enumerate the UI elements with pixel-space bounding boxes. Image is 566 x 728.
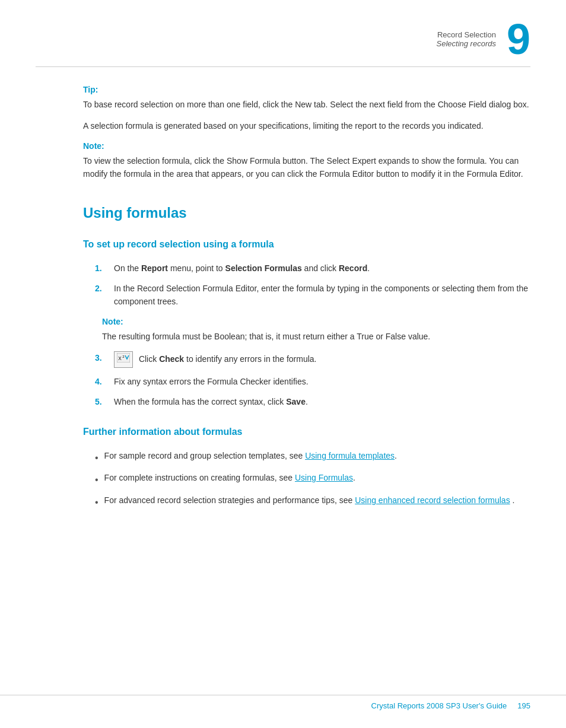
header-text: Record Selection Selecting records (437, 30, 496, 48)
step-content-5: When the formula has the correct syntax,… (114, 395, 530, 408)
header-text-block: Record Selection Selecting records 9 (437, 18, 531, 61)
check-formula-svg: x² (117, 353, 130, 363)
bullet-list: • For sample record and group selection … (83, 449, 530, 510)
section-heading-using-formulas: Using formulas (83, 205, 530, 221)
step-content-2: In the Record Selection Formula Editor, … (114, 282, 530, 309)
further-info-section: Further information about formulas • For… (83, 427, 530, 510)
bullet-item-1: • For sample record and group selection … (95, 449, 530, 466)
content-area: Tip: To base record selection on more th… (36, 85, 530, 510)
step-content-4: Fix any syntax errors the Formula Checke… (114, 375, 530, 388)
step-content-1: On the Report menu, point to Selection F… (114, 262, 530, 275)
note-label-2: Note: (102, 317, 530, 326)
note-text-2: The resulting formula must be Boolean; t… (102, 330, 530, 343)
bullet-text-3: For advanced record selection strategies… (104, 494, 515, 507)
step-num-2: 2. (95, 282, 109, 295)
footer-page-number: 195 (517, 701, 530, 710)
step-4: 4. Fix any syntax errors the Formula Che… (95, 375, 530, 388)
link-using-formulas[interactable]: Using Formulas (295, 473, 353, 482)
step-num-5: 5. (95, 395, 109, 408)
svg-text:x²: x² (118, 355, 125, 361)
step-num-1: 1. (95, 262, 109, 275)
page-header: Record Selection Selecting records 9 (36, 18, 530, 67)
check-formula-icon-box: x² (114, 351, 133, 368)
footer-text: Crystal Reports 2008 SP3 User's Guide 19… (371, 701, 530, 710)
step-1: 1. On the Report menu, point to Selectio… (95, 262, 530, 275)
bullet-text-2: For complete instructions on creating fo… (104, 471, 355, 484)
tip-text-1: To base record selection on more than on… (83, 98, 530, 111)
step-3: 3. x² Click Check to identify any errors… (95, 351, 530, 368)
sub-heading-further-info: Further information about formulas (83, 427, 530, 437)
step-2: 2. In the Record Selection Formula Edito… (95, 282, 530, 309)
note-block-2: Note: The resulting formula must be Bool… (83, 317, 530, 343)
note-block-1: Note: To view the selection formula, cli… (83, 141, 530, 181)
step-content-3: x² Click Check to identify any errors in… (114, 351, 530, 368)
bullet-dot-1: • (95, 450, 98, 466)
bullet-item-2: • For complete instructions on creating … (95, 471, 530, 488)
footer-guide-name: Crystal Reports 2008 SP3 User's Guide (371, 701, 507, 710)
link-using-formula-templates[interactable]: Using formula templates (305, 451, 395, 460)
page: Record Selection Selecting records 9 Tip… (0, 0, 566, 728)
note-label-1: Note: (83, 141, 530, 151)
header-title: Record Selection (437, 30, 496, 39)
sub-heading-record-selection: To set up record selection using a formu… (83, 239, 530, 250)
bullet-dot-2: • (95, 472, 98, 488)
link-enhanced-record-selection[interactable]: Using enhanced record selection formulas (355, 495, 510, 505)
step-num-3: 3. (95, 351, 109, 364)
note-text-1: To view the selection formula, click the… (83, 154, 530, 181)
tip-text-2: A selection formula is generated based o… (83, 119, 530, 132)
steps-list-2: 3. x² Click Check to identify any errors… (83, 351, 530, 408)
bullet-item-3: • For advanced record selection strategi… (95, 494, 530, 510)
step-num-4: 4. (95, 375, 109, 388)
bullet-text-1: For sample record and group selection te… (104, 449, 397, 462)
bullet-dot-3: • (95, 495, 98, 510)
header-subtitle: Selecting records (437, 39, 496, 48)
chapter-number: 9 (507, 18, 530, 61)
page-footer: Crystal Reports 2008 SP3 User's Guide 19… (0, 695, 566, 710)
tip-label: Tip: (83, 85, 530, 94)
step-5: 5. When the formula has the correct synt… (95, 395, 530, 408)
steps-list-1: 1. On the Report menu, point to Selectio… (83, 262, 530, 309)
